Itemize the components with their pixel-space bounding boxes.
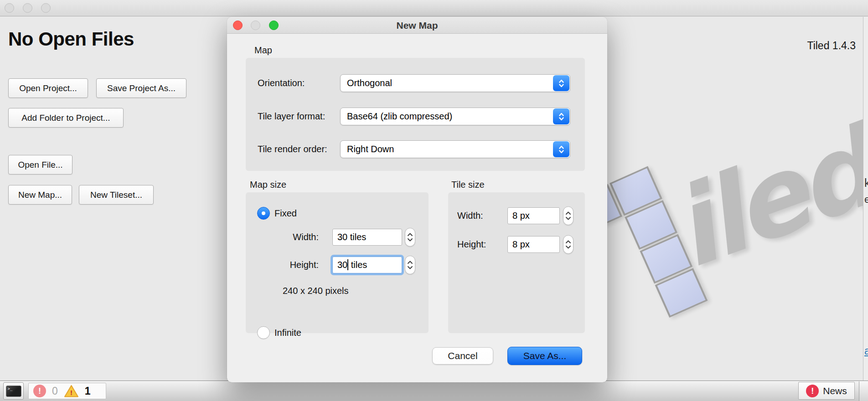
map-width-value: 30 tiles [337, 232, 366, 242]
close-icon[interactable] [5, 3, 14, 13]
minimize-icon [251, 21, 260, 30]
terminal-icon: >_ [6, 386, 21, 397]
tile-height-value: 8 px [512, 239, 530, 249]
new-map-dialog: New Map Map Orientation: Orthogonal Tile… [227, 17, 607, 382]
orientation-label: Orientation: [258, 78, 340, 88]
main-window-titlebar [0, 0, 868, 16]
news-panel-edge: k e a [863, 17, 868, 380]
infinite-radio-label: Infinite [274, 326, 301, 339]
map-height-value: 30 [337, 260, 347, 270]
dialog-titlebar[interactable]: New Map [227, 17, 607, 34]
tile-width-stepper[interactable] [563, 206, 574, 225]
tiled-logo-text: iled [660, 117, 868, 282]
map-pixel-dimensions: 240 x 240 pixels [283, 286, 349, 296]
save-project-as-button[interactable]: Save Project As... [96, 78, 186, 98]
clipped-text-fragment: e [864, 194, 868, 206]
issues-counter[interactable]: ! 0 ! 1 [28, 383, 106, 399]
dialog-title: New Map [227, 17, 607, 34]
tile-layer-format-label: Tile layer format: [258, 111, 340, 122]
tile-render-order-select[interactable]: Right Down [340, 140, 570, 158]
fixed-radio-label: Fixed [274, 207, 297, 220]
tile-layer-format-value: Base64 (zlib compressed) [347, 111, 452, 121]
new-map-button[interactable]: New Map... [8, 185, 72, 205]
tile-width-input[interactable]: 8 px [507, 207, 560, 224]
combo-stepper-icon[interactable] [553, 108, 569, 124]
cancel-button[interactable]: Cancel [432, 347, 493, 365]
svg-text:!: ! [70, 389, 72, 396]
minimize-icon[interactable] [23, 3, 32, 13]
map-height-input[interactable]: 30 tiles [332, 257, 402, 273]
divider [859, 381, 859, 401]
tile-height-input[interactable]: 8 px [507, 236, 560, 253]
orientation-select[interactable]: Orthogonal [340, 74, 570, 92]
add-folder-to-project-button[interactable]: Add Folder to Project... [8, 108, 124, 128]
tile-render-order-label: Tile render order: [258, 144, 340, 154]
combo-stepper-icon[interactable] [553, 75, 569, 91]
map-height-stepper[interactable] [405, 256, 415, 274]
tile-width-label: Width: [457, 207, 498, 224]
zoom-icon[interactable] [269, 21, 279, 30]
warning-count: 1 [85, 385, 91, 397]
tile-render-order-value: Right Down [347, 144, 394, 154]
save-as-button[interactable]: Save As... [507, 347, 582, 365]
open-file-button[interactable]: Open File... [8, 155, 72, 175]
news-button-label: News [823, 386, 847, 396]
tile-size-group-label: Tile size [451, 180, 485, 190]
orientation-value: Orthogonal [347, 78, 392, 88]
version-label: Tiled 1.4.3 [807, 40, 856, 52]
combo-stepper-icon[interactable] [553, 141, 569, 157]
error-count: 0 [52, 385, 58, 397]
tile-width-value: 8 px [512, 211, 530, 221]
page-title: No Open Files [8, 28, 134, 50]
map-width-stepper[interactable] [405, 228, 415, 247]
console-toggle-button[interactable]: >_ [3, 382, 24, 400]
clipped-text-fragment: k [864, 176, 868, 190]
new-tileset-button[interactable]: New Tileset... [79, 185, 154, 205]
tile-height-stepper[interactable] [563, 235, 574, 254]
map-width-label: Width: [271, 229, 319, 246]
fixed-radio[interactable] [257, 207, 270, 220]
warning-icon: ! [64, 385, 79, 398]
map-group-label: Map [254, 45, 272, 56]
tile-height-label: Height: [457, 236, 498, 253]
map-width-input[interactable]: 30 tiles [332, 229, 402, 246]
status-bar-edge [859, 381, 868, 401]
tile-layer-format-select[interactable]: Base64 (zlib compressed) [340, 108, 570, 125]
status-bar: >_ ! 0 ! 1 ! News [0, 380, 868, 401]
clipped-link-fragment[interactable]: a [864, 345, 868, 357]
error-icon: ! [33, 385, 46, 397]
map-height-suffix: tiles [348, 260, 367, 270]
zoom-icon[interactable] [41, 3, 51, 13]
map-height-label: Height: [271, 257, 319, 273]
map-size-group-label: Map size [250, 180, 286, 190]
close-icon[interactable] [233, 21, 243, 30]
infinite-radio[interactable] [257, 326, 270, 339]
news-button[interactable]: ! News [798, 382, 855, 400]
open-project-button[interactable]: Open Project... [8, 78, 88, 98]
news-badge-icon: ! [806, 385, 819, 397]
